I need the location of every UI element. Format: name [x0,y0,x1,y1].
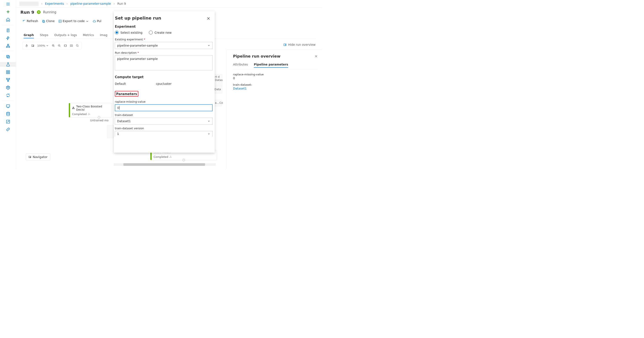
svg-rect-6 [6,71,8,72]
svg-rect-13 [6,105,10,107]
svg-rect-10 [6,78,8,79]
svg-rect-11 [8,78,10,79]
sidebar-environments[interactable] [0,93,16,98]
navigator-button[interactable]: Navigator [26,154,50,160]
tab-outputs[interactable]: Outputs + logs [54,33,77,38]
param-value-link[interactable]: Dataset1 [233,87,318,90]
graph-bg-label: Data [214,88,221,91]
svg-rect-17 [43,21,45,23]
tab-metrics[interactable]: Metrics [83,33,94,38]
refresh-button[interactable]: Refresh [22,19,38,23]
search-icon[interactable] [76,44,79,47]
sidebar-notebooks[interactable] [0,28,16,33]
main-tabs: Graph Steps Outputs + logs Metrics Imag [24,33,107,38]
param-value: 0 [233,76,318,80]
hamburger-icon [6,2,10,6]
svg-rect-27 [73,107,74,108]
svg-point-14 [7,112,10,113]
link-icon [6,127,10,132]
param-train-dataset-version-select[interactable]: 1 [115,131,212,136]
flask-icon [6,62,10,66]
svg-rect-16 [42,20,44,22]
svg-rect-2 [6,46,8,48]
zoom-in-icon[interactable] [52,44,55,47]
compute-value: cpucluster [156,82,172,86]
graph-bg-node [107,125,114,138]
sidebar-compute[interactable] [0,104,16,109]
compute-default-label: Default [115,82,126,86]
sidebar-linked[interactable] [0,127,16,132]
compute-target-row: Default cpucluster [115,82,212,86]
sidebar-experiments[interactable] [0,62,16,67]
close-icon[interactable] [206,16,210,20]
fit-icon[interactable] [64,44,67,47]
param-train-dataset-version-label: train-dataset version [115,127,212,130]
clone-button[interactable]: Clone [42,19,54,23]
chevron-down-icon [86,20,89,23]
cube-icon [6,86,10,90]
svg-rect-24 [70,45,72,46]
workspace-name-redacted [19,2,39,6]
svg-rect-12 [8,80,8,82]
sidebar-home[interactable] [0,17,16,22]
export-button[interactable]: Export to code [58,19,89,23]
tab-images[interactable]: Imag [100,33,107,38]
status-badge [37,10,40,14]
sidebar-endpoints[interactable] [0,85,16,90]
graph-node-two-class[interactable]: Two-Class Boosted Decisi Completed [69,103,112,118]
port-label: Untrained mo [90,119,108,122]
breadcrumb-pipeline[interactable]: pipeline-parameter-sample [70,2,111,6]
sidebar-pipelines[interactable] [0,70,16,74]
svg-rect-4 [7,55,9,57]
run-description-input[interactable]: pipeline parameter sample [115,56,212,70]
minimap-icon[interactable] [31,44,34,47]
zoom-out-icon[interactable] [58,44,61,47]
breadcrumb-experiments[interactable]: Experiments [45,2,64,6]
graph-hscroll-thumb[interactable] [124,163,205,166]
param-train-dataset-select[interactable]: Dataset1 [115,118,212,124]
existing-experiment-select[interactable]: pipeline-parameter-sample [115,42,212,49]
svg-rect-20 [33,46,34,46]
tab-attributes[interactable]: Attributes [233,63,248,68]
param-replace-missing-input[interactable]: 0 [115,104,212,111]
publish-button[interactable]: Pul [93,19,101,23]
sidebar-models[interactable] [0,78,16,82]
close-icon[interactable] [314,55,318,58]
experiment-radio-group: Select existing Create new [115,31,212,34]
node-status: Completed [154,156,168,159]
radio-select-existing[interactable]: Select existing [115,31,142,34]
pan-icon[interactable] [25,44,28,47]
sidebar-datasets[interactable] [0,54,16,59]
layers-icon [6,54,10,59]
hide-run-overview-button[interactable]: Hide run overview [283,43,316,46]
overview-tabs: Attributes Pipeline parameters [233,63,318,68]
sidebar-labeling[interactable] [0,120,16,124]
toolbar: Refresh Clone Export to code Pul [22,19,101,23]
sidebar-datastores[interactable] [0,112,16,116]
compute-target-header: Compute target [115,75,212,79]
node-output-port[interactable] [183,159,185,161]
actual-size-icon[interactable] [70,44,73,47]
page-title: Run 9 [20,10,34,14]
minimap-icon [28,156,31,158]
breadcrumb: › Experiments › pipeline-parameter-sampl… [16,0,322,8]
zoom-level[interactable]: 100% [37,44,49,47]
svg-rect-8 [6,72,8,74]
sidebar-add[interactable] [0,10,16,14]
tab-graph[interactable]: Graph [24,33,34,38]
sidebar-designer[interactable] [0,44,16,48]
param-name: train-dataset: [233,83,318,86]
grid-icon [6,70,10,74]
page-header: Run 9 Running [20,10,56,14]
sidebar-hamburger[interactable] [0,2,16,6]
tab-pipeline-parameters[interactable]: Pipeline parameters [254,63,288,68]
chevron-down-icon [46,44,49,47]
tab-steps[interactable]: Steps [40,33,48,38]
radio-create-new[interactable]: Create new [149,31,172,34]
plus-icon [6,10,10,14]
node-output-port[interactable] [98,116,100,118]
run-description-label: Run description [115,51,212,54]
breadcrumb-current: Run 9 [118,2,126,6]
sidebar-automl[interactable] [0,36,16,40]
chevron-right-icon: › [66,2,68,6]
